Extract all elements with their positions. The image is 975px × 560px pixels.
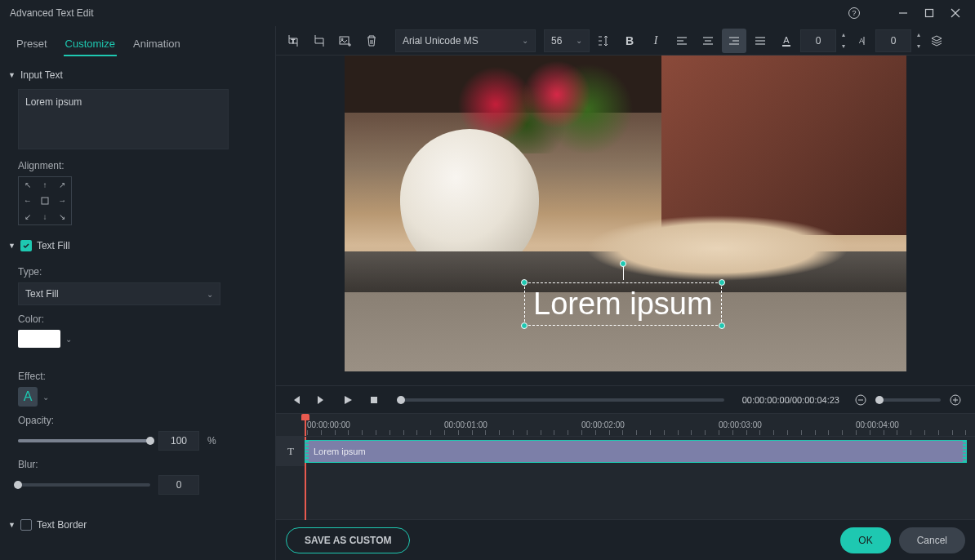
- close-button[interactable]: [946, 3, 965, 23]
- bold-icon[interactable]: B: [617, 29, 642, 53]
- opacity-unit: %: [207, 435, 216, 447]
- align-left-icon[interactable]: [670, 29, 694, 53]
- overlay-text: Lorem ipsum: [533, 287, 713, 322]
- save-as-custom-button[interactable]: SAVE AS CUSTOM: [286, 527, 410, 553]
- text-border-checkbox[interactable]: [20, 519, 32, 531]
- color-swatch[interactable]: [18, 330, 60, 348]
- svg-text:T: T: [292, 38, 296, 44]
- zoom-slider[interactable]: [875, 398, 941, 402]
- align-bottom-center[interactable]: ↓: [36, 209, 53, 224]
- ok-button[interactable]: OK: [840, 527, 890, 553]
- align-top-center[interactable]: ↑: [36, 177, 53, 193]
- timeline[interactable]: 00:00:00:00 00:00:01:00 00:00:02:00 00:0…: [276, 413, 975, 519]
- prev-frame-button[interactable]: [284, 389, 307, 411]
- svg-text:A: A: [859, 37, 864, 45]
- svg-rect-3: [926, 10, 933, 17]
- crop-icon[interactable]: [307, 29, 332, 53]
- color-label: Color:: [18, 313, 257, 325]
- leading-up[interactable]: ▴: [915, 31, 923, 39]
- opacity-slider[interactable]: [18, 439, 150, 442]
- chevron-down-icon: ⌄: [522, 36, 528, 45]
- chevron-down-icon[interactable]: ⌄: [42, 393, 49, 402]
- align-right-icon[interactable]: [722, 29, 746, 53]
- text-fill-checkbox[interactable]: [20, 240, 32, 251]
- resize-handle-tr[interactable]: [719, 279, 725, 286]
- svg-rect-26: [371, 397, 377, 403]
- play-button[interactable]: [336, 389, 359, 411]
- tracking-input[interactable]: 0: [800, 29, 836, 52]
- align-center[interactable]: [36, 193, 53, 208]
- next-frame-button[interactable]: [310, 389, 333, 411]
- svg-text:A: A: [783, 35, 790, 45]
- font-select[interactable]: Arial Unicode MS ⌄: [395, 29, 536, 52]
- opacity-input[interactable]: [158, 431, 199, 451]
- preview-canvas[interactable]: Lorem ipsum: [345, 56, 906, 371]
- chevron-down-icon: ⌄: [576, 36, 582, 45]
- type-label: Type:: [18, 266, 257, 278]
- align-bottom-right[interactable]: ↘: [54, 209, 71, 224]
- timeline-tick: 00:00:02:00: [581, 420, 625, 429]
- leading-input[interactable]: 0: [875, 29, 911, 52]
- tracking-down[interactable]: ▾: [839, 42, 848, 51]
- align-top-right[interactable]: ↗: [54, 177, 71, 193]
- timeline-ruler[interactable]: 00:00:00:00 00:00:01:00 00:00:02:00 00:0…: [276, 414, 975, 437]
- help-icon[interactable]: ?: [844, 3, 864, 23]
- blur-slider[interactable]: [18, 483, 150, 487]
- blur-input[interactable]: [158, 475, 199, 495]
- line-height-icon[interactable]: [591, 29, 616, 53]
- crop-text-icon[interactable]: T: [281, 29, 305, 53]
- layers-icon[interactable]: [924, 29, 949, 53]
- align-middle-right[interactable]: →: [54, 193, 71, 208]
- tab-animation[interactable]: Animation: [131, 33, 182, 56]
- effect-label: Effect:: [18, 371, 257, 382]
- italic-icon[interactable]: I: [643, 29, 668, 53]
- align-top-left[interactable]: ↖: [19, 177, 36, 193]
- leading-down[interactable]: ▾: [915, 42, 923, 51]
- time-display: 00:00:00:00/00:00:04:23: [742, 395, 839, 405]
- input-text-section-toggle[interactable]: ▼ Input Text: [0, 64, 275, 86]
- font-color-icon[interactable]: A: [774, 29, 799, 53]
- alignment-grid: ↖ ↑ ↗ ← → ↙ ↓ ↘: [18, 176, 72, 225]
- triangle-down-icon: ▼: [8, 242, 16, 250]
- image-add-icon[interactable]: [333, 29, 358, 53]
- resize-handle-bl[interactable]: [521, 322, 528, 329]
- alignment-label: Alignment:: [18, 160, 257, 171]
- resize-handle-br[interactable]: [719, 322, 725, 329]
- timeline-tick: 00:00:03:00: [719, 420, 762, 429]
- svg-text:?: ?: [852, 9, 856, 17]
- maximize-button[interactable]: [919, 3, 939, 23]
- text-border-label: Text Border: [37, 519, 87, 531]
- align-middle-left[interactable]: ←: [19, 193, 36, 208]
- type-select[interactable]: Text Fill ⌄: [18, 282, 220, 305]
- triangle-down-icon: ▼: [8, 521, 16, 529]
- text-fill-label: Text Fill: [37, 240, 70, 251]
- resize-handle-tl[interactable]: [521, 279, 528, 286]
- cancel-button[interactable]: Cancel: [899, 527, 965, 553]
- playback-slider[interactable]: [397, 398, 724, 402]
- tracking-up[interactable]: ▴: [839, 31, 848, 39]
- timeline-tick: 00:00:01:00: [444, 420, 488, 429]
- char-spacing-icon[interactable]: A: [849, 29, 874, 53]
- svg-rect-8: [340, 37, 349, 44]
- minimize-button[interactable]: [893, 3, 913, 23]
- window-title: Advanced Text Edit: [10, 7, 94, 19]
- align-bottom-left[interactable]: ↙: [19, 209, 36, 224]
- trash-icon[interactable]: [359, 29, 384, 53]
- tab-preset[interactable]: Preset: [15, 33, 49, 56]
- align-justify-icon[interactable]: [748, 29, 772, 53]
- effect-swatch[interactable]: A: [18, 387, 38, 407]
- chevron-down-icon: ⌄: [207, 290, 213, 299]
- text-overlay-box[interactable]: Lorem ipsum: [524, 282, 722, 326]
- zoom-out-button[interactable]: [849, 389, 872, 411]
- input-text-area[interactable]: Lorem ipsum: [18, 89, 229, 149]
- chevron-down-icon[interactable]: ⌄: [65, 335, 72, 344]
- clip-label: Lorem ipsum: [314, 447, 366, 456]
- timeline-clip[interactable]: Lorem ipsum: [305, 440, 967, 463]
- zoom-in-button[interactable]: [944, 389, 967, 411]
- align-center-icon[interactable]: [696, 29, 720, 53]
- font-size-select[interactable]: 56 ⌄: [544, 29, 590, 52]
- text-track-icon: T: [276, 437, 305, 466]
- stop-button[interactable]: [363, 389, 385, 411]
- tab-customize[interactable]: Customize: [64, 33, 117, 56]
- rotate-handle[interactable]: [620, 260, 626, 267]
